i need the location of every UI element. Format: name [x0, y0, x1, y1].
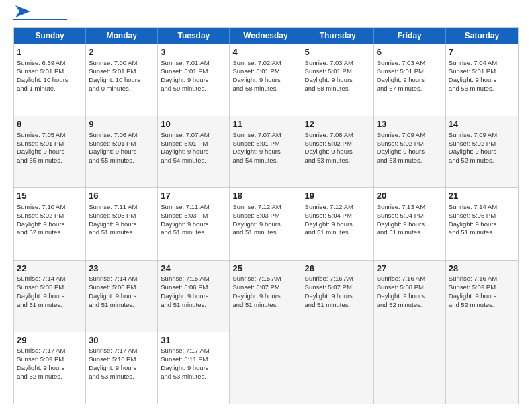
calendar-day-26: 26Sunrise: 7:16 AMSunset: 5:07 PMDayligh…	[302, 261, 374, 332]
day-number: 31	[161, 334, 226, 347]
day-info-line: Daylight: 9 hours	[17, 292, 83, 301]
day-info-line: Daylight: 9 hours	[305, 220, 371, 229]
weekday-header-saturday: Saturday	[446, 28, 518, 44]
day-info-line: Sunrise: 7:11 AM	[161, 203, 226, 212]
calendar-day-30: 30Sunrise: 7:17 AMSunset: 5:10 PMDayligh…	[86, 332, 158, 404]
day-number: 20	[377, 190, 443, 202]
day-info-line: Sunset: 5:09 PM	[449, 283, 515, 292]
calendar-day-25: 25Sunrise: 7:15 AMSunset: 5:07 PMDayligh…	[230, 261, 302, 332]
day-number: 26	[305, 263, 371, 275]
day-info-line: Daylight: 9 hours	[161, 148, 226, 156]
calendar-day-4: 4Sunrise: 7:02 AMSunset: 5:01 PMDaylight…	[230, 44, 302, 116]
calendar-day-22: 22Sunrise: 7:14 AMSunset: 5:05 PMDayligh…	[14, 261, 86, 332]
day-number: 8	[17, 118, 83, 130]
day-number: 10	[161, 118, 226, 130]
day-info-line: and 51 minutes.	[17, 301, 83, 310]
day-info-line: Sunset: 5:03 PM	[232, 212, 298, 220]
day-info-line: Sunset: 5:11 PM	[161, 355, 226, 364]
day-number: 5	[305, 46, 371, 58]
calendar-day-11: 11Sunrise: 7:07 AMSunset: 5:01 PMDayligh…	[230, 116, 302, 187]
day-info-line: Daylight: 9 hours	[232, 220, 298, 229]
day-number: 3	[161, 46, 226, 58]
day-info-line: Sunrise: 7:17 AM	[17, 347, 83, 355]
day-number: 4	[232, 46, 298, 58]
day-info-line: Sunset: 5:02 PM	[449, 140, 515, 148]
day-info-line: and 51 minutes.	[449, 228, 515, 237]
day-info-line: Daylight: 9 hours	[89, 292, 154, 301]
day-info-line: Daylight: 10 hours	[17, 76, 83, 85]
day-info-line: Daylight: 9 hours	[232, 76, 298, 85]
day-info-line: Sunset: 5:05 PM	[17, 283, 83, 292]
day-number: 24	[161, 263, 226, 275]
day-info-line: Sunrise: 7:06 AM	[89, 131, 154, 140]
calendar-day-15: 15Sunrise: 7:10 AMSunset: 5:02 PMDayligh…	[14, 188, 86, 259]
calendar-day-empty	[446, 332, 518, 404]
day-info-line: Sunrise: 7:01 AM	[161, 59, 226, 68]
day-info-line: Sunrise: 7:14 AM	[449, 203, 515, 212]
calendar-day-23: 23Sunrise: 7:14 AMSunset: 5:06 PMDayligh…	[86, 261, 158, 332]
calendar-day-14: 14Sunrise: 7:09 AMSunset: 5:02 PMDayligh…	[446, 116, 518, 187]
day-info-line: Sunset: 5:01 PM	[377, 67, 443, 76]
day-info-line: Sunset: 5:02 PM	[305, 140, 371, 148]
day-info-line: Daylight: 9 hours	[89, 364, 154, 373]
day-number: 21	[449, 190, 515, 202]
day-info-line: Sunset: 5:01 PM	[89, 140, 154, 148]
day-info-line: Sunrise: 7:12 AM	[232, 203, 298, 212]
day-number: 7	[449, 46, 515, 58]
day-info-line: Daylight: 9 hours	[449, 220, 515, 229]
day-number: 12	[305, 118, 371, 130]
logo-icon	[15, 5, 30, 17]
day-info-line: Daylight: 9 hours	[17, 148, 83, 156]
day-info-line: and 52 minutes.	[377, 301, 443, 310]
day-number: 27	[377, 263, 443, 275]
day-number: 6	[377, 46, 443, 58]
calendar-week-2: 8Sunrise: 7:05 AMSunset: 5:01 PMDaylight…	[14, 116, 518, 187]
day-info-line: Daylight: 9 hours	[305, 292, 371, 301]
day-info-line: Daylight: 9 hours	[161, 220, 226, 229]
day-info-line: and 53 minutes.	[305, 156, 371, 165]
day-info-line: Sunrise: 7:03 AM	[377, 59, 443, 68]
day-info-line: Sunrise: 7:05 AM	[17, 131, 83, 140]
day-info-line: Sunrise: 7:10 AM	[17, 203, 83, 212]
day-info-line: Sunrise: 7:12 AM	[305, 203, 371, 212]
calendar-day-empty	[302, 332, 374, 404]
calendar-day-13: 13Sunrise: 7:09 AMSunset: 5:02 PMDayligh…	[374, 116, 446, 187]
day-number: 25	[232, 263, 298, 275]
day-info-line: and 58 minutes.	[232, 85, 298, 93]
day-info-line: and 55 minutes.	[89, 156, 154, 165]
day-info-line: Sunrise: 7:08 AM	[305, 131, 371, 140]
day-info-line: Daylight: 9 hours	[161, 76, 226, 85]
day-info-line: Sunset: 5:01 PM	[17, 67, 83, 76]
day-number: 1	[17, 46, 83, 58]
calendar-day-27: 27Sunrise: 7:16 AMSunset: 5:08 PMDayligh…	[374, 261, 446, 332]
weekday-header-monday: Monday	[86, 28, 158, 44]
calendar-day-16: 16Sunrise: 7:11 AMSunset: 5:03 PMDayligh…	[86, 188, 158, 259]
day-info-line: and 51 minutes.	[305, 301, 371, 310]
day-info-line: Sunrise: 7:03 AM	[305, 59, 371, 68]
calendar-day-2: 2Sunrise: 7:00 AMSunset: 5:01 PMDaylight…	[86, 44, 158, 116]
day-info-line: Daylight: 10 hours	[89, 76, 154, 85]
day-info-line: Sunset: 5:01 PM	[232, 140, 298, 148]
calendar-week-1: 1Sunrise: 6:59 AMSunset: 5:01 PMDaylight…	[14, 44, 518, 116]
calendar-day-20: 20Sunrise: 7:13 AMSunset: 5:04 PMDayligh…	[374, 188, 446, 259]
day-info-line: and 53 minutes.	[161, 373, 226, 381]
svg-marker-0	[15, 5, 30, 17]
logo	[13, 11, 67, 20]
day-info-line: and 55 minutes.	[17, 156, 83, 165]
day-info-line: Sunrise: 7:15 AM	[232, 275, 298, 283]
day-info-line: Daylight: 9 hours	[449, 76, 515, 85]
day-info-line: and 52 minutes.	[449, 301, 515, 310]
day-info-line: and 56 minutes.	[449, 85, 515, 93]
day-info-line: and 52 minutes.	[17, 228, 83, 237]
day-info-line: Sunrise: 7:14 AM	[17, 275, 83, 283]
day-info-line: Sunset: 5:01 PM	[449, 67, 515, 76]
day-info-line: Daylight: 9 hours	[232, 148, 298, 156]
calendar-day-29: 29Sunrise: 7:17 AMSunset: 5:09 PMDayligh…	[14, 332, 86, 404]
day-info-line: Daylight: 9 hours	[17, 220, 83, 229]
day-info-line: and 51 minutes.	[232, 228, 298, 237]
day-number: 16	[89, 190, 154, 202]
calendar-day-3: 3Sunrise: 7:01 AMSunset: 5:01 PMDaylight…	[158, 44, 230, 116]
day-info-line: Sunrise: 7:00 AM	[89, 59, 154, 68]
day-number: 18	[232, 190, 298, 202]
day-info-line: Daylight: 9 hours	[377, 76, 443, 85]
